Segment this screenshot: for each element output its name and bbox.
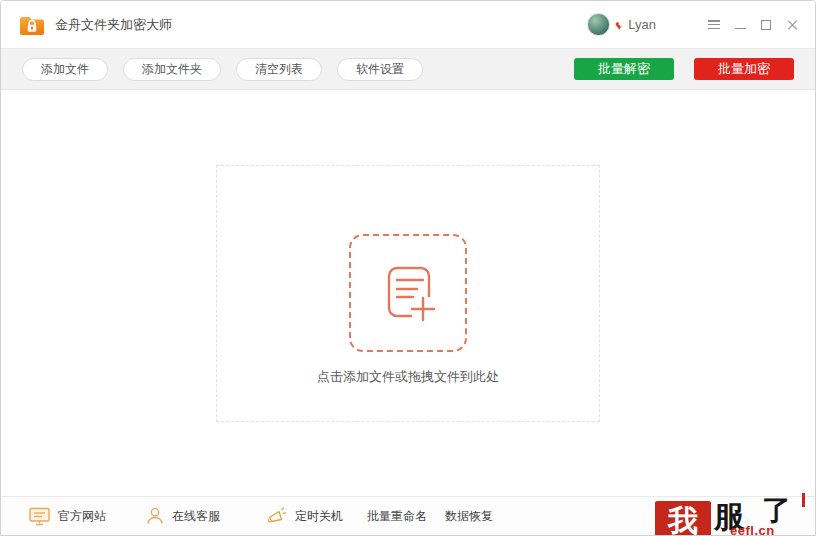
footer-label-website: 官方网站 bbox=[58, 508, 106, 525]
dropzone-inner-square bbox=[349, 234, 467, 352]
user-avatar[interactable] bbox=[587, 13, 610, 36]
window-controls bbox=[708, 12, 815, 38]
file-dropzone[interactable]: 点击添加文件或拖拽文件到此处 bbox=[216, 165, 600, 422]
user-account[interactable]: ♥ Lyan bbox=[587, 13, 656, 36]
toolbar: 添加文件 添加文件夹 清空列表 软件设置 批量解密 批量加密 bbox=[1, 49, 815, 90]
footer-link-recovery[interactable]: 数据恢复 bbox=[445, 508, 493, 525]
batch-encrypt-button[interactable]: 批量加密 bbox=[694, 58, 794, 80]
minimize-icon[interactable] bbox=[734, 12, 746, 38]
menu-icon[interactable] bbox=[708, 12, 720, 38]
monitor-icon bbox=[29, 507, 50, 526]
footer-link-shutdown[interactable]: 定时关机 bbox=[266, 506, 343, 526]
footer-link-rename[interactable]: 批量重命名 bbox=[367, 508, 427, 525]
title-bar: 金舟文件夹加密大师 ♥ Lyan bbox=[1, 1, 815, 49]
megaphone-icon bbox=[266, 506, 287, 526]
footer-label-support: 在线客服 bbox=[172, 508, 220, 525]
batch-decrypt-button[interactable]: 批量解密 bbox=[574, 58, 674, 80]
add-document-icon bbox=[376, 261, 440, 325]
vip-badge-icon: ♥ bbox=[615, 18, 623, 32]
footer-link-support[interactable]: 在线客服 bbox=[146, 507, 220, 525]
main-area: 点击添加文件或拖拽文件到此处 bbox=[1, 90, 815, 496]
clear-list-button[interactable]: 清空列表 bbox=[236, 58, 322, 81]
footer-bar: 官方网站 在线客服 定时关机 批量重命名 bbox=[1, 496, 815, 535]
add-file-button[interactable]: 添加文件 bbox=[22, 58, 108, 81]
settings-button[interactable]: 软件设置 bbox=[337, 58, 423, 81]
user-name[interactable]: Lyan bbox=[628, 17, 656, 32]
footer-link-website[interactable]: 官方网站 bbox=[29, 507, 106, 526]
app-logo-folder-lock-icon bbox=[19, 14, 45, 36]
dropzone-hint-text: 点击添加文件或拖拽文件到此处 bbox=[317, 368, 499, 386]
app-window: 金舟文件夹加密大师 ♥ Lyan 添加文件 添加文件夹 清空列表 软件设置 批量… bbox=[0, 0, 816, 536]
footer-label-rename: 批量重命名 bbox=[367, 508, 427, 525]
maximize-icon[interactable] bbox=[760, 12, 772, 38]
add-folder-button[interactable]: 添加文件夹 bbox=[123, 58, 221, 81]
close-icon[interactable] bbox=[786, 12, 798, 38]
app-title: 金舟文件夹加密大师 bbox=[55, 16, 172, 34]
person-icon bbox=[146, 507, 164, 525]
footer-label-recovery: 数据恢复 bbox=[445, 508, 493, 525]
footer-label-shutdown: 定时关机 bbox=[295, 508, 343, 525]
